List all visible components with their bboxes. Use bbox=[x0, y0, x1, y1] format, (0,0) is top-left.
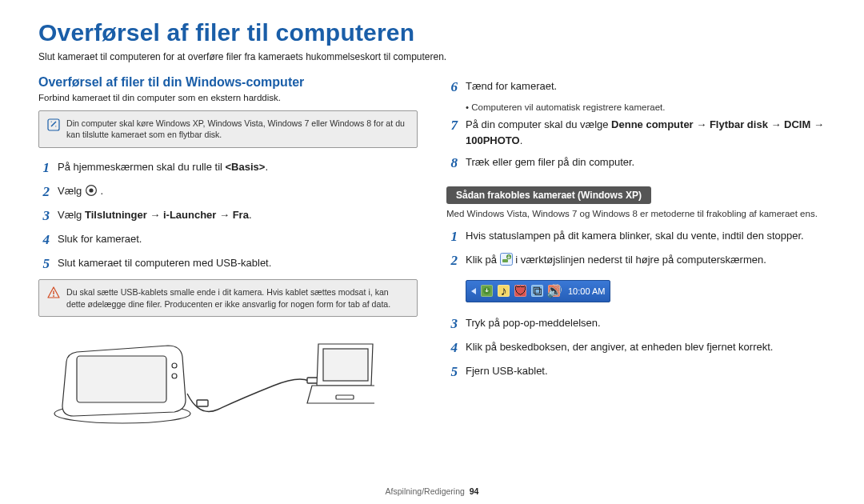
step-body: På din computer skal du vælge Denne comp… bbox=[466, 117, 826, 148]
svg-rect-13 bbox=[197, 400, 208, 406]
safely-remove-icon bbox=[500, 253, 513, 270]
info-note: Din computer skal køre Windows XP, Windo… bbox=[38, 110, 418, 148]
svg-rect-0 bbox=[48, 119, 59, 130]
step-number: 6 bbox=[446, 78, 458, 96]
step-body: Vælg Tilslutninger → i-Launcher → Fra. bbox=[58, 207, 418, 223]
step-body: Træk eller gem filer på din computer. bbox=[466, 154, 826, 170]
svg-point-2 bbox=[51, 122, 52, 122]
section-sub: Forbind kameraet til din computer som en… bbox=[38, 93, 418, 102]
tray-volume-icon: 🔊 bbox=[548, 285, 560, 297]
step-number: 2 bbox=[446, 252, 458, 270]
step-body: Sluk for kameraet. bbox=[58, 231, 418, 247]
text: . bbox=[520, 134, 523, 146]
warning-icon bbox=[47, 286, 60, 302]
step-body: Vælg . bbox=[58, 183, 418, 202]
footer-label: Afspilning/Redigering bbox=[386, 486, 465, 496]
warning-text: Du skal sætte USB-kablets smalle ende i … bbox=[66, 286, 409, 310]
step-body: Slut kameraet til computeren med USB-kab… bbox=[58, 255, 418, 271]
warning-note: Du skal sætte USB-kablets smalle ende i … bbox=[38, 279, 418, 317]
svg-point-5 bbox=[89, 188, 93, 192]
step-number: 5 bbox=[38, 255, 50, 273]
svg-point-3 bbox=[55, 126, 56, 126]
step-number: 5 bbox=[446, 363, 458, 381]
page-footer: Afspilning/Redigering 94 bbox=[0, 486, 864, 496]
step-number: 8 bbox=[446, 154, 458, 172]
step-body: Tryk på pop-op-meddelelsen. bbox=[466, 315, 826, 331]
text: På din computer skal du vælge bbox=[466, 118, 611, 130]
tray-shield-icon: 🛡 bbox=[514, 285, 526, 297]
disconnect-heading: Sådan frakobles kameraet (Windows XP) bbox=[446, 186, 651, 204]
step-body: Klik på i værktøjslinjen nederst til høj… bbox=[466, 252, 826, 270]
step-number: 1 bbox=[38, 159, 50, 177]
step-number: 1 bbox=[446, 228, 458, 246]
text: Klik på bbox=[466, 254, 500, 266]
step-body: Fjern USB-kablet. bbox=[466, 363, 826, 379]
step-number: 7 bbox=[446, 117, 458, 134]
text: Vælg bbox=[58, 185, 85, 197]
disconnect-steps-cont: 3 Tryk på pop-op-meddelelsen. 4 Klik på … bbox=[446, 315, 826, 381]
text: Vælg bbox=[58, 209, 85, 221]
step-body: Tænd for kameraet. bbox=[466, 78, 826, 94]
svg-rect-18 bbox=[502, 259, 508, 262]
text: . bbox=[265, 161, 268, 173]
page-intro: Slut kameraet til computeren for at over… bbox=[38, 51, 826, 62]
text: . bbox=[249, 209, 252, 221]
windows-xp-taskbar: ♪ 🛡 ⧉ 🔊 10:00 AM bbox=[466, 280, 610, 302]
step-number: 3 bbox=[446, 315, 458, 333]
footer-page-number: 94 bbox=[470, 486, 479, 496]
text: På hjemmeskærmen skal du rulle til bbox=[58, 161, 226, 173]
steps-right-cont: 7 På din computer skal du vælge Denne co… bbox=[446, 117, 826, 172]
info-note-text: Din computer skal køre Windows XP, Windo… bbox=[66, 118, 409, 141]
step-number: 2 bbox=[38, 183, 50, 201]
page-title: Overførsel af filer til computeren bbox=[38, 19, 826, 46]
sub-bullet: • Computeren vil automatisk registrere k… bbox=[466, 102, 826, 112]
safely-remove-hardware-icon bbox=[481, 285, 493, 297]
disconnect-steps: 1 Hvis statuslampen på dit kamera blinke… bbox=[446, 228, 826, 270]
step-number: 3 bbox=[38, 207, 50, 225]
svg-rect-10 bbox=[77, 356, 166, 402]
svg-line-1 bbox=[51, 122, 56, 126]
camera-usb-laptop-illustration bbox=[38, 330, 418, 429]
text-bold: <Basis> bbox=[226, 161, 266, 173]
steps-right-top: 6 Tænd for kameraet. bbox=[446, 78, 826, 96]
section-heading-windows: Overførsel af filer til din Windows-comp… bbox=[38, 75, 418, 90]
target-icon bbox=[85, 184, 98, 202]
svg-rect-15 bbox=[323, 349, 368, 381]
disconnect-note: Med Windows Vista, Windows 7 og Windows … bbox=[446, 207, 826, 220]
text-bold: Tilslutninger → i-Launcher → Fra bbox=[85, 209, 249, 221]
step-number: 4 bbox=[38, 231, 50, 249]
step-number: 4 bbox=[446, 339, 458, 357]
step-body: På hjemmeskærmen skal du rulle til <Basi… bbox=[58, 159, 418, 175]
step-body: Hvis statuslampen på dit kamera blinker,… bbox=[466, 228, 826, 244]
steps-left: 1 På hjemmeskærmen skal du rulle til <Ba… bbox=[38, 159, 418, 274]
info-icon bbox=[47, 118, 60, 134]
taskbar-clock: 10:00 AM bbox=[568, 286, 605, 296]
left-column: Overførsel af filer til din Windows-comp… bbox=[38, 74, 418, 429]
tray-network-icon: ⧉ bbox=[531, 285, 543, 297]
tray-expand-icon bbox=[471, 288, 476, 294]
text: i værktøjslinjen nederst til højre på co… bbox=[515, 254, 766, 266]
step-body: Klik på beskedboksen, der angiver, at en… bbox=[466, 339, 826, 355]
tray-music-icon: ♪ bbox=[498, 285, 510, 297]
right-column: 6 Tænd for kameraet. • Computeren vil au… bbox=[446, 74, 826, 429]
svg-point-8 bbox=[53, 296, 54, 298]
